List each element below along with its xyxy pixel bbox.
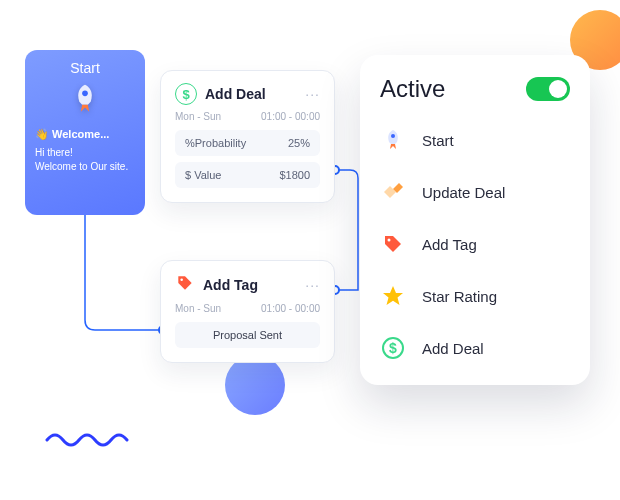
welcome-sub: Welcome to Our site. (35, 161, 135, 172)
tag-icon (380, 231, 406, 257)
option-label: Star Rating (422, 288, 497, 305)
deal-title: Add Deal (205, 86, 266, 102)
deal-time: 01:00 - 00:00 (261, 111, 320, 122)
option-add-deal[interactable]: $ Add Deal (380, 335, 570, 361)
rocket-icon (380, 127, 406, 153)
deal-value-label: $ Value (185, 169, 222, 181)
star-icon (380, 283, 406, 309)
option-update-deal[interactable]: Update Deal (380, 179, 570, 205)
option-start[interactable]: Start (380, 127, 570, 153)
tag-icon (175, 273, 195, 297)
deal-value-amount: $1800 (279, 169, 310, 181)
tag-status: Proposal Sent (213, 329, 282, 341)
tag-title: Add Tag (203, 277, 258, 293)
option-star-rating[interactable]: Star Rating (380, 283, 570, 309)
add-deal-card[interactable]: $ Add Deal ··· Mon - Sun 01:00 - 00:00 %… (160, 70, 335, 203)
option-add-tag[interactable]: Add Tag (380, 231, 570, 257)
decorative-squiggle (45, 430, 135, 450)
handshake-icon (380, 179, 406, 205)
option-label: Start (422, 132, 454, 149)
svg-point-3 (82, 91, 88, 97)
dollar-icon: $ (175, 83, 197, 105)
option-label: Update Deal (422, 184, 505, 201)
deal-days: Mon - Sun (175, 111, 221, 122)
deal-prob-label: %Probability (185, 137, 246, 149)
decorative-blue-circle (225, 355, 285, 415)
start-card[interactable]: Start 👋 Welcome... Hi there! Welcome to … (25, 50, 145, 215)
welcome-hi: Hi there! (35, 147, 135, 158)
svg-text:$: $ (389, 340, 397, 356)
deal-value-row: $ Value $1800 (175, 162, 320, 188)
active-panel: Active Start Update Deal Add Tag Star Ra… (360, 55, 590, 385)
tag-status-row: Proposal Sent (175, 322, 320, 348)
start-title: Start (35, 60, 135, 76)
active-toggle[interactable] (526, 77, 570, 101)
tag-time: 01:00 - 00:00 (261, 303, 320, 314)
svg-point-5 (391, 134, 395, 138)
deal-prob-row: %Probability 25% (175, 130, 320, 156)
deal-prob-value: 25% (288, 137, 310, 149)
svg-point-4 (180, 278, 183, 281)
svg-point-6 (388, 239, 391, 242)
option-label: Add Deal (422, 340, 484, 357)
dollar-icon: $ (380, 335, 406, 361)
rocket-icon (35, 82, 135, 120)
deal-more-button[interactable]: ··· (305, 86, 320, 102)
tag-days: Mon - Sun (175, 303, 221, 314)
option-label: Add Tag (422, 236, 477, 253)
active-title: Active (380, 75, 445, 103)
add-tag-card[interactable]: Add Tag ··· Mon - Sun 01:00 - 00:00 Prop… (160, 260, 335, 363)
tag-more-button[interactable]: ··· (305, 277, 320, 293)
welcome-row: 👋 Welcome... (35, 128, 135, 141)
